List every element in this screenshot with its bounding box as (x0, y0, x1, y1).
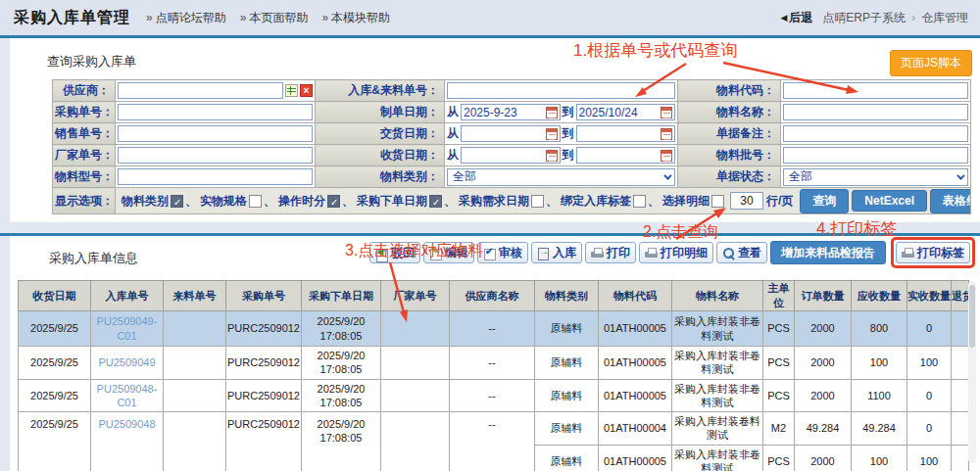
material-category-label: 物料类别： (316, 166, 445, 188)
table-row[interactable]: 2025/9/25PU2509049-C01PURC25090122025/9/… (19, 311, 969, 347)
query-form: 供应商： × 入库&来料单号： 物料代码： 采购单号： 制单日期： 从 2025… (52, 79, 971, 214)
query-panel-title: 查询采购入库单 (47, 53, 136, 71)
annotation-1: 1.根据单号或代码查询 (573, 39, 737, 62)
printer-icon (591, 247, 604, 259)
query-panel: 查询采购入库单 页面JS脚本 供应商： × 入库&来料单号： 物料代码： 采购单… (10, 38, 980, 222)
sales-no-label: 销售单号： (53, 123, 116, 145)
page-size-input[interactable] (730, 192, 763, 210)
add-inspection-report-button[interactable]: 增加来料品检报告 (770, 241, 886, 264)
search-button[interactable]: 查询 (800, 189, 849, 213)
table-header-row: 收货日期入库单号来料单号采购单号采购下单日期厂家单号供应商名称物料类别物料代码物… (19, 281, 969, 311)
print-detail-button[interactable]: 打印明细 (639, 242, 713, 263)
purchase-no-input[interactable] (118, 104, 313, 120)
inbound-button[interactable]: 入库 (531, 242, 582, 263)
back-label: 后退 (789, 10, 812, 26)
inbound-no-link[interactable]: PU2509049 (91, 347, 164, 380)
help-link-forum[interactable]: »点晴论坛帮助 (146, 10, 226, 26)
receive-date-label: 收货日期： (316, 145, 445, 166)
receive-date-to-input[interactable] (576, 147, 676, 164)
doc-remark-input[interactable] (783, 125, 968, 142)
checkbox-purchase-order-date[interactable] (429, 195, 442, 208)
supplier-picker-icon[interactable] (285, 84, 298, 97)
doc-status-select[interactable]: 全部 (783, 168, 968, 186)
material-name-input[interactable] (783, 104, 968, 120)
table-row[interactable]: 2025/9/25PU2509049PURC25090122025/9/20 1… (19, 347, 969, 380)
material-code-label: 物料代码： (678, 80, 781, 102)
calendar-icon[interactable] (546, 128, 558, 140)
to-label: 到 (563, 125, 574, 142)
inbound-no-label: 入库&来料单号： (316, 80, 445, 102)
inbound-arrow-icon (537, 247, 550, 259)
to-label: 到 (563, 147, 574, 164)
calendar-icon[interactable] (661, 150, 672, 162)
supplier-label: 供应商： (53, 80, 116, 102)
material-model-input[interactable] (118, 168, 313, 185)
annotation-highlight-box: 打印标签 (891, 237, 975, 268)
checkbox-select-detail[interactable] (711, 195, 724, 208)
table-row[interactable]: 2025/9/25PU2509048-C01PURC25090122025/9/… (19, 379, 969, 412)
display-options-label: 显示选项： (53, 188, 116, 214)
calendar-icon[interactable] (546, 150, 558, 162)
purchase-no-label: 采购单号： (53, 102, 116, 123)
checkbox-purchase-demand-date[interactable] (531, 195, 544, 208)
doc-status-label: 单据状态： (678, 166, 781, 188)
top-nav: ◀后退 点晴ERP子系统 › 仓库管理 (780, 10, 968, 26)
from-label: 从 (447, 125, 459, 142)
print-label-button[interactable]: 打印标签 (896, 242, 970, 263)
netexcel-button[interactable]: NetExcel (852, 190, 927, 212)
help-link-module[interactable]: »本模块帮助 (321, 10, 390, 26)
make-date-to-input[interactable]: 2025/10/24 (576, 104, 676, 120)
supplier-clear-icon[interactable]: × (300, 84, 313, 97)
chevrons-icon: » (240, 11, 247, 24)
inbound-no-link[interactable]: PU2509049-C01 (91, 311, 164, 347)
calendar-icon[interactable] (661, 107, 672, 118)
help-link-label: 本模块帮助 (331, 10, 390, 26)
material-code-input[interactable] (783, 82, 968, 99)
sales-no-input[interactable] (118, 125, 313, 142)
annotation-2: 2.点击查询 (643, 222, 718, 243)
factory-no-input[interactable] (118, 147, 313, 164)
calendar-icon[interactable] (546, 107, 558, 118)
audit-button[interactable]: 审核 (477, 242, 528, 263)
page-title: 采购入库单管理 (14, 8, 130, 28)
calendar-icon[interactable] (661, 128, 672, 140)
table-maintain-button[interactable]: 表格维护 (930, 189, 970, 213)
delivery-date-label: 交货日期： (316, 123, 445, 145)
page-size-label: 行/页 (766, 193, 793, 210)
back-arrow-icon: ◀ (780, 13, 787, 23)
supplier-cell: × (116, 80, 316, 102)
checkbox-bind-inbound-label[interactable] (633, 195, 646, 208)
print-button[interactable]: 打印 (585, 242, 636, 263)
supplier-input[interactable] (118, 82, 283, 99)
magnifier-icon (722, 247, 735, 259)
inbound-no-link[interactable]: PU2509048-C01 (91, 379, 164, 412)
back-button[interactable]: ◀后退 (780, 10, 812, 26)
scrollbar-thumb[interactable] (969, 285, 975, 348)
from-label: 从 (447, 104, 459, 120)
annotation-3: 3.点击选择对应物料 (345, 241, 483, 261)
info-panel: 采购入库单信息 驳回 编辑 审核 入库 打印 打印明细 查看 增加来料品检报告 … (10, 236, 980, 471)
checkbox-operation-time[interactable] (327, 195, 340, 208)
inbound-no-input[interactable] (447, 82, 675, 99)
checkbox-material-category[interactable] (171, 195, 183, 208)
checkbox-physical-spec[interactable] (249, 195, 262, 208)
breadcrumb-system[interactable]: 点晴ERP子系统 (822, 10, 906, 26)
material-batch-input[interactable] (783, 147, 968, 164)
inbound-orders-table: 收货日期入库单号来料单号采购单号采购下单日期厂家单号供应商名称物料类别物料代码物… (18, 280, 969, 471)
view-button[interactable]: 查看 (716, 242, 767, 263)
from-label: 从 (447, 147, 459, 164)
material-category-select[interactable]: 全部 (447, 168, 675, 186)
delivery-date-to-input[interactable] (576, 125, 676, 142)
receive-date-from-input[interactable] (461, 147, 561, 164)
doc-remark-label: 单据备注： (678, 123, 781, 145)
table-row[interactable]: 2025/9/25PU2509048PURC25090122025/9/20 1… (19, 412, 969, 446)
page-js-script-button[interactable]: 页面JS脚本 (890, 50, 972, 76)
chevron-right-icon: › (911, 11, 915, 24)
make-date-from-input[interactable]: 2025-9-23 (461, 104, 561, 120)
delivery-date-from-input[interactable] (461, 125, 561, 142)
help-link-label: 点晴论坛帮助 (156, 10, 226, 26)
inbound-no-link[interactable]: PU2509048 (91, 412, 164, 471)
help-link-page[interactable]: »本页面帮助 (240, 10, 309, 26)
chevrons-icon: » (321, 11, 328, 24)
breadcrumb-module[interactable]: 仓库管理 (921, 10, 968, 26)
